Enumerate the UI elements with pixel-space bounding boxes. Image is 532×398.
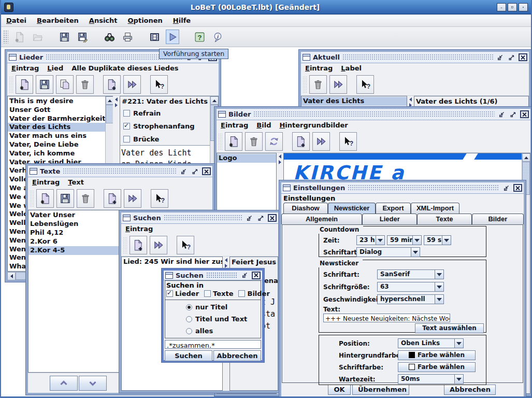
schriftfarbe-button[interactable]: Farbe wählen (398, 362, 476, 372)
tab-export[interactable]: Export (376, 203, 411, 214)
sekunden-combobox[interactable]: 59 s (424, 235, 451, 245)
ticker-schriftart-combobox[interactable]: SanSerif (377, 269, 444, 279)
add-to-playlist-button[interactable] (130, 236, 147, 254)
checkbox-bilder[interactable]: Bilder (238, 290, 269, 297)
menu-text[interactable]: Text (68, 178, 84, 186)
dropdown-arrow-icon[interactable] (455, 338, 464, 348)
add-to-playlist-button[interactable] (292, 132, 310, 151)
dropdown-arrow-icon[interactable] (435, 269, 444, 279)
tab-texte[interactable]: Texte (417, 214, 471, 224)
scroll-up-button[interactable] (522, 153, 530, 162)
dropdown-arrow-icon[interactable] (435, 294, 444, 304)
schriftart-combobox[interactable]: Dialog (356, 247, 420, 257)
close-button[interactable] (513, 184, 522, 192)
copy-entry-button[interactable] (56, 75, 74, 94)
dropdown-arrow-icon[interactable] (376, 235, 385, 245)
suchen-titlebar[interactable]: Suchen (121, 212, 278, 224)
stunden-combobox[interactable]: 23 h (356, 235, 385, 245)
menu-datei[interactable]: Datei (6, 17, 26, 24)
fast-forward-button[interactable] (124, 189, 141, 208)
menu-eintrag[interactable]: Eintrag (11, 64, 39, 72)
menu-hintergrundbilder[interactable]: Hintergrundbilder (279, 121, 348, 129)
checkbox-bruecke[interactable]: Brücke (123, 135, 210, 143)
ticker-text-field[interactable]: +++ Neueste Neuigkeiten: Nächste Woch (323, 314, 450, 322)
menu-ansicht[interactable]: Ansicht (89, 17, 118, 24)
iconify-button[interactable] (240, 272, 249, 279)
einstellungen-titlebar[interactable]: Einstellungen (281, 182, 524, 194)
list-item[interactable]: Vater mach uns eins (8, 132, 105, 140)
scroll-left-button[interactable] (7, 272, 16, 280)
text-auswaehlen-button[interactable]: Text auswählen (415, 323, 484, 333)
close-button[interactable] (252, 272, 261, 279)
suchen-dialog-titlebar[interactable]: Suchen (164, 271, 262, 280)
dropdown-arrow-icon[interactable] (435, 282, 444, 292)
ok-button[interactable]: OK (328, 385, 351, 395)
checkbox-strophenanfang[interactable]: Strophenanfang (123, 122, 210, 130)
list-item[interactable]: Vater der Barmherzigkeit (8, 115, 105, 123)
suchbegriff-field[interactable]: .*zusammen.* (165, 340, 261, 349)
delete-entry-button[interactable] (245, 132, 263, 151)
fast-forward-button[interactable] (123, 75, 141, 94)
suchen-button[interactable]: Suchen (165, 350, 212, 361)
refresh-button[interactable] (265, 132, 283, 151)
add-to-playlist-button[interactable] (103, 75, 121, 94)
dropdown-arrow-icon[interactable] (442, 235, 451, 245)
close-button[interactable] (268, 214, 277, 222)
menu-optionen[interactable]: Optionen (128, 17, 163, 24)
delete-entry-button[interactable] (76, 75, 94, 94)
close-button[interactable] (519, 53, 527, 61)
maximize-button[interactable] (507, 53, 516, 61)
context-help-button[interactable] (339, 132, 357, 151)
tab-allgemein[interactable]: Allgemein (281, 214, 362, 224)
menu-hilfe[interactable]: Hilfe (173, 17, 191, 24)
menu-label[interactable]: Label (341, 64, 362, 72)
maximize-button[interactable] (191, 167, 199, 175)
context-help-button[interactable] (177, 236, 194, 254)
dropdown-arrow-icon[interactable] (413, 235, 422, 245)
dropdown-arrow-icon[interactable] (411, 247, 420, 257)
hintergrundfarbe-button[interactable]: Farbe wählen (398, 350, 476, 360)
scroll-thumb[interactable] (106, 105, 113, 123)
save-as-button[interactable] (76, 30, 89, 44)
menu-eintrag[interactable]: Eintrag (221, 121, 248, 129)
close-button[interactable] (520, 110, 529, 118)
dropdown-arrow-icon[interactable] (455, 374, 464, 384)
iconify-button[interactable] (245, 214, 254, 222)
add-to-playlist-button[interactable] (104, 189, 121, 208)
uebernehmen-button[interactable]: Übernehmen (352, 385, 409, 395)
context-help-button[interactable] (150, 75, 168, 94)
position-combobox[interactable]: Oben Links (398, 338, 464, 348)
delete-entry-button[interactable] (77, 189, 94, 208)
fast-forward-button[interactable] (312, 132, 330, 151)
minuten-combobox[interactable]: 59 min (387, 235, 422, 245)
menu-duplikate[interactable]: Alle Duplikate dieses Liedes (71, 64, 178, 72)
bilder-titlebar[interactable]: Bilder (217, 109, 530, 120)
abbrechen-button[interactable]: Abbrechen (213, 350, 261, 361)
save-entry-button[interactable] (36, 75, 53, 94)
new-entry-button[interactable] (36, 189, 54, 208)
fast-forward-button[interactable] (150, 236, 167, 254)
tab-diashow[interactable]: Diashow (283, 203, 328, 214)
open-file-button[interactable] (31, 30, 44, 44)
list-item[interactable]: Vater, Deine Liebe (8, 140, 105, 149)
schriftgroesse-combobox[interactable]: 63 (377, 282, 444, 292)
new-entry-button[interactable] (225, 132, 242, 151)
radio-titel-und-text[interactable]: Titel und Text (186, 315, 261, 323)
maximize-button[interactable] (509, 110, 517, 118)
list-item-selected[interactable]: Vater des Lichts (8, 123, 105, 132)
menu-bearbeiten[interactable]: Bearbeiten (37, 17, 79, 24)
menu-eintrag[interactable]: Eintrag (125, 225, 153, 233)
list-item-selected[interactable]: Logo (217, 154, 276, 163)
minimize-button[interactable] (497, 3, 506, 11)
delete-entry-button[interactable] (309, 75, 327, 94)
move-down-button[interactable] (79, 376, 107, 391)
help-button[interactable] (193, 30, 206, 44)
geschwindigkeit-combobox[interactable]: hyperschnell (377, 294, 444, 304)
tab-xml-import[interactable]: XML-Import (411, 203, 459, 214)
tab-lieder[interactable]: Lieder (362, 214, 417, 224)
menu-eintrag[interactable]: Eintrag (305, 64, 333, 72)
save-button[interactable] (57, 30, 71, 44)
radio-nur-titel[interactable]: nur Titel (186, 303, 261, 311)
tab-newsticker[interactable]: Newsticker (328, 203, 376, 214)
menu-bild[interactable]: Bild (256, 121, 271, 129)
